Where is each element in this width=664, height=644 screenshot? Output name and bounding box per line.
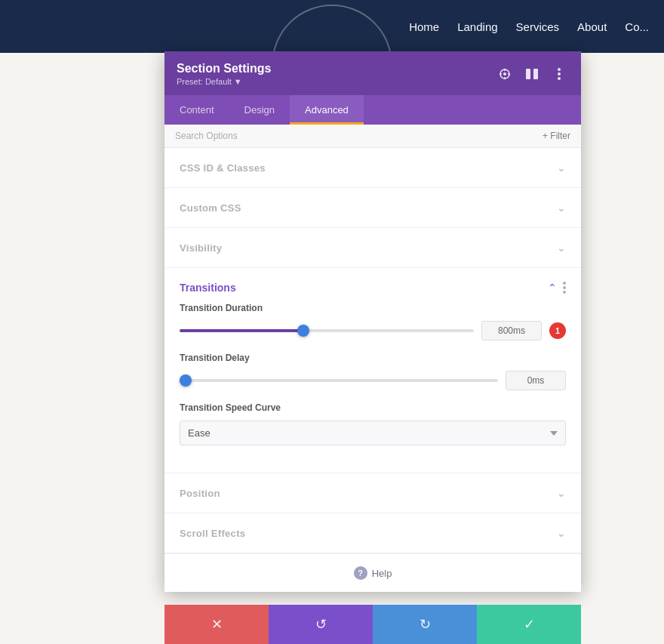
svg-point-8 xyxy=(558,68,561,71)
svg-point-10 xyxy=(558,77,561,80)
tab-content[interactable]: Content xyxy=(164,95,229,125)
more-options-icon-btn[interactable] xyxy=(549,64,569,84)
transition-duration-badge: 1 xyxy=(549,322,566,339)
panel-title-area: Section Settings Preset: Default ▼ xyxy=(177,62,271,86)
undo-icon: ↺ xyxy=(315,616,327,633)
transition-duration-group: Transition Duration 1 xyxy=(180,303,566,340)
accordion-custom-css-title: Custom CSS xyxy=(180,202,241,214)
accordion-transitions-header[interactable]: Transitions ⌃ xyxy=(164,268,581,303)
panel-header-actions xyxy=(495,64,569,84)
cancel-button[interactable]: ✕ xyxy=(164,605,269,644)
panel-body: CSS ID & Classes ⌄ Custom CSS ⌄ Visibili… xyxy=(164,148,581,592)
chevron-down-icon: ⌄ xyxy=(557,242,566,254)
transition-delay-slider-container xyxy=(180,379,498,382)
transition-duration-row: 1 xyxy=(180,321,566,340)
svg-rect-7 xyxy=(533,69,538,79)
transitions-body: Transition Duration 1 Tra xyxy=(164,303,581,473)
chevron-down-icon: ⌄ xyxy=(557,487,566,499)
accordion-position-title: Position xyxy=(180,488,220,499)
accordion-scroll-effects-header[interactable]: Scroll Effects ⌄ xyxy=(164,513,581,553)
accordion-position: Position ⌄ xyxy=(164,473,581,513)
panel-footer: ? Help xyxy=(164,553,581,592)
search-options-label[interactable]: Search Options xyxy=(175,131,238,141)
transition-duration-track xyxy=(180,329,474,332)
panel-preset[interactable]: Preset: Default ▼ xyxy=(177,77,271,86)
svg-point-12 xyxy=(563,286,566,289)
accordion-css-id: CSS ID & Classes ⌄ xyxy=(164,148,581,188)
transition-delay-label: Transition Delay xyxy=(180,353,566,363)
accordion-transitions-title: Transitions xyxy=(180,282,236,294)
save-icon: ✓ xyxy=(524,616,535,633)
transition-speed-curve-label: Transition Speed Curve xyxy=(180,402,566,413)
svg-point-1 xyxy=(503,72,506,75)
transition-duration-thumb[interactable] xyxy=(297,325,309,337)
help-label: Help xyxy=(372,568,392,579)
chevron-down-icon: ⌄ xyxy=(557,202,566,214)
accordion-visibility-title: Visibility xyxy=(180,242,222,254)
nav-about[interactable]: About xyxy=(577,20,607,33)
chevron-down-icon: ⌄ xyxy=(557,162,566,174)
accordion-scroll-effects: Scroll Effects ⌄ xyxy=(164,513,581,553)
accordion-custom-css-header[interactable]: Custom CSS ⌄ xyxy=(164,188,581,227)
transitions-more-icon[interactable] xyxy=(563,282,566,294)
transition-duration-label: Transition Duration xyxy=(180,303,566,313)
undo-button[interactable]: ↺ xyxy=(269,605,373,644)
chevron-up-icon: ⌃ xyxy=(548,282,557,294)
transitions-header-icons: ⌃ xyxy=(548,282,566,294)
transition-delay-thumb[interactable] xyxy=(180,374,192,387)
filter-button[interactable]: + Filter xyxy=(543,131,570,141)
transition-delay-row xyxy=(180,371,566,390)
nav-landing[interactable]: Landing xyxy=(457,20,497,33)
cancel-icon: ✕ xyxy=(211,616,223,633)
transition-delay-track xyxy=(180,379,498,382)
svg-point-13 xyxy=(563,291,566,294)
action-bar: ✕ ↺ ↻ ✓ xyxy=(164,605,581,644)
accordion-css-id-title: CSS ID & Classes xyxy=(180,162,266,174)
redo-icon: ↻ xyxy=(420,616,431,633)
help-icon: ? xyxy=(354,566,367,580)
columns-icon-btn[interactable] xyxy=(522,64,542,84)
accordion-scroll-effects-title: Scroll Effects xyxy=(180,528,245,539)
tab-design[interactable]: Design xyxy=(229,95,290,125)
chevron-down-icon: ⌄ xyxy=(557,527,566,539)
help-link[interactable]: ? Help xyxy=(354,566,392,580)
transition-duration-input[interactable] xyxy=(481,321,542,340)
transition-speed-curve-select[interactable]: Ease Linear Ease In Ease Out Ease In Out xyxy=(180,421,566,445)
panel-tabs: Content Design Advanced xyxy=(164,95,581,125)
svg-rect-6 xyxy=(526,69,530,79)
redo-button[interactable]: ↻ xyxy=(373,605,477,644)
panel-header: Section Settings Preset: Default ▼ xyxy=(164,51,581,95)
section-settings-panel: Section Settings Preset: Default ▼ xyxy=(164,51,581,592)
accordion-custom-css: Custom CSS ⌄ xyxy=(164,188,581,228)
search-bar: Search Options + Filter xyxy=(164,125,581,148)
transition-delay-group: Transition Delay xyxy=(180,353,566,390)
transition-duration-fill xyxy=(180,329,303,332)
save-button[interactable]: ✓ xyxy=(477,605,581,644)
accordion-position-header[interactable]: Position ⌄ xyxy=(164,473,581,513)
accordion-css-id-header[interactable]: CSS ID & Classes ⌄ xyxy=(164,148,581,187)
transition-speed-curve-group: Transition Speed Curve Ease Linear Ease … xyxy=(180,402,566,445)
nav-more[interactable]: Co... xyxy=(625,20,649,33)
accordion-visibility-header[interactable]: Visibility ⌄ xyxy=(164,228,581,267)
tab-advanced[interactable]: Advanced xyxy=(290,95,364,125)
nav-home[interactable]: Home xyxy=(409,20,439,33)
accordion-transitions: Transitions ⌃ Transition Duration xyxy=(164,268,581,473)
transition-duration-slider-container xyxy=(180,329,474,332)
accordion-visibility: Visibility ⌄ xyxy=(164,228,581,268)
svg-point-11 xyxy=(563,282,566,285)
target-icon-btn[interactable] xyxy=(495,64,515,84)
panel-title: Section Settings xyxy=(177,62,271,75)
nav-services[interactable]: Services xyxy=(516,20,560,33)
svg-point-9 xyxy=(558,72,561,75)
transition-delay-input[interactable] xyxy=(506,371,566,390)
